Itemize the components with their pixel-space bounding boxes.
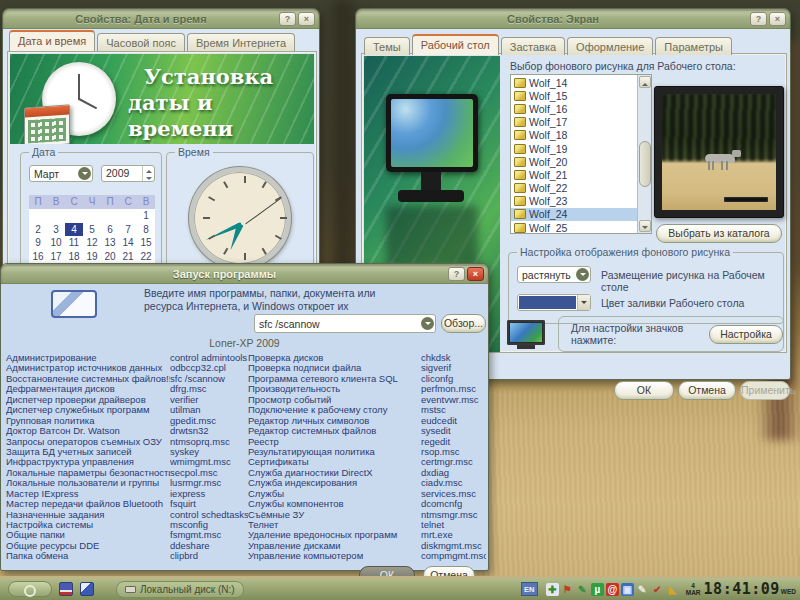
tab-settings[interactable]: Параметры: [655, 37, 732, 55]
calendar-weekdays: ПВСЧПСВ: [29, 195, 155, 209]
calendar-day[interactable]: [29, 209, 47, 223]
clock-tick: [223, 248, 228, 255]
calendar-day[interactable]: [47, 209, 65, 223]
calendar-day[interactable]: 8: [137, 223, 155, 237]
icons-settings-button[interactable]: Настройка: [709, 325, 783, 344]
antivirus-icon[interactable]: ✔: [651, 583, 664, 596]
wallpaper-item[interactable]: Wolf_17: [511, 116, 637, 129]
calendar-day[interactable]: 5: [83, 223, 101, 237]
datetime-titlebar[interactable]: Свойства: Дата и время ? ×: [3, 9, 319, 29]
run-titlebar[interactable]: Запуск программы ? ×: [1, 264, 488, 284]
wallpaper-item[interactable]: Wolf_16: [511, 102, 637, 115]
tab-screensaver[interactable]: Заставка: [501, 37, 565, 55]
chevron-down-icon[interactable]: [78, 167, 91, 180]
wallpaper-item[interactable]: Wolf_15: [511, 89, 637, 102]
scroll-down-icon[interactable]: [639, 220, 651, 232]
tab-themes[interactable]: Темы: [364, 37, 410, 55]
run-program-cmd: dcomcnfg: [421, 499, 486, 509]
wallpaper-item[interactable]: Wolf_24: [511, 208, 637, 221]
calendar-day[interactable]: 21: [119, 250, 137, 264]
tab-internet-time[interactable]: Время Интернета: [187, 33, 295, 51]
spin-down-icon[interactable]: [143, 174, 154, 182]
calendar-day[interactable]: 3: [47, 223, 65, 237]
tray-clock[interactable]: 18:41:09: [704, 580, 780, 598]
run-program-name: Папка обмена: [6, 551, 170, 561]
backup-floppy-icon[interactable]: ✚: [546, 583, 559, 596]
tab-desktop[interactable]: Рабочий стол: [412, 34, 499, 55]
placement-select[interactable]: растянуть: [517, 266, 591, 283]
keyboard-layout-indicator[interactable]: EN: [521, 582, 538, 596]
scrollbar[interactable]: [637, 75, 651, 233]
scroll-up-icon[interactable]: [639, 76, 651, 88]
utorrent-icon[interactable]: µ: [591, 583, 604, 596]
wallpaper-item[interactable]: Wolf_23: [511, 195, 637, 208]
calendar-day[interactable]: [65, 209, 83, 223]
calendar-day[interactable]: 19: [83, 250, 101, 264]
wallpaper-item[interactable]: Wolf_25: [511, 221, 637, 233]
tab-appearance[interactable]: Оформление: [567, 37, 653, 55]
taskbar-button-local-disk[interactable]: Локальный диск (N:): [116, 581, 244, 598]
help-icon[interactable]: ?: [279, 12, 296, 26]
calendar-day[interactable]: 1: [137, 209, 155, 223]
run-command-input[interactable]: sfc /scannow: [254, 314, 436, 333]
close-icon[interactable]: ×: [467, 267, 484, 281]
start-button[interactable]: [8, 581, 52, 597]
wallpaper-item[interactable]: Wolf_20: [511, 155, 637, 168]
tab-date-time[interactable]: Дата и время: [9, 30, 95, 51]
close-icon[interactable]: ×: [298, 12, 315, 26]
calendar-day[interactable]: 6: [101, 223, 119, 237]
calendar-day[interactable]: 20: [101, 250, 119, 264]
mail-icon[interactable]: @: [606, 583, 619, 596]
wallpaper-item[interactable]: Wolf_19: [511, 142, 637, 155]
chevron-down-icon[interactable]: [577, 295, 590, 310]
calendar-day[interactable]: 16: [29, 250, 47, 264]
tab-timezone[interactable]: Часовой пояс: [97, 33, 185, 51]
ok-button[interactable]: ОК: [614, 381, 674, 400]
calendar-day[interactable]: 22: [137, 250, 155, 264]
calendar-day[interactable]: [101, 209, 119, 223]
clock-tick: [223, 181, 228, 188]
help-icon[interactable]: ?: [750, 12, 767, 26]
time-group-label: Время: [175, 146, 213, 158]
pencil-icon[interactable]: ✎: [576, 583, 589, 596]
scroll-thumb[interactable]: [639, 141, 651, 187]
warning-icon[interactable]: ◣: [666, 583, 679, 596]
browse-catalog-button[interactable]: Выбрать из каталога: [656, 224, 782, 243]
calendar-day[interactable]: 10: [47, 236, 65, 250]
calendar-day[interactable]: 2: [29, 223, 47, 237]
calendar-day[interactable]: 14: [119, 236, 137, 250]
brush-icon[interactable]: ✎: [636, 583, 649, 596]
quicklaunch-floppy-icon[interactable]: [59, 582, 73, 596]
browse-button[interactable]: Обзор...: [441, 314, 486, 333]
wallpaper-item[interactable]: Wolf_22: [511, 182, 637, 195]
display-tray-icon[interactable]: ▣: [621, 583, 634, 596]
display-titlebar[interactable]: Свойства: Экран ? ×: [356, 9, 790, 29]
spin-up-icon[interactable]: [143, 166, 154, 174]
calendar-day[interactable]: 9: [29, 236, 47, 250]
chevron-down-icon[interactable]: [576, 268, 589, 281]
calendar-day[interactable]: 17: [47, 250, 65, 264]
cancel-button[interactable]: Отмена: [678, 381, 736, 400]
calendar-day[interactable]: 12: [83, 236, 101, 250]
calendar-day[interactable]: 7: [119, 223, 137, 237]
fill-color-select[interactable]: [517, 294, 591, 311]
quicklaunch-app-icon[interactable]: [80, 582, 94, 596]
wallpaper-item[interactable]: Wolf_18: [511, 129, 637, 142]
calendar-day[interactable]: 11: [65, 236, 83, 250]
close-icon[interactable]: ×: [769, 12, 786, 26]
flag-icon[interactable]: ⚑: [561, 583, 574, 596]
calendar-day[interactable]: 13: [101, 236, 119, 250]
chevron-down-icon[interactable]: [421, 317, 434, 330]
wallpaper-item[interactable]: Wolf_14: [511, 76, 637, 89]
clock-tick: [244, 253, 246, 260]
wallpaper-item[interactable]: Wolf_21: [511, 168, 637, 181]
calendar-day[interactable]: 15: [137, 236, 155, 250]
apply-button[interactable]: Применить: [740, 381, 790, 400]
month-select[interactable]: Март: [29, 165, 93, 182]
calendar-day[interactable]: 4: [65, 223, 83, 237]
help-icon[interactable]: ?: [448, 267, 465, 281]
year-spinner[interactable]: 2009: [101, 165, 155, 182]
calendar-day[interactable]: [83, 209, 101, 223]
calendar-day[interactable]: [119, 209, 137, 223]
calendar-day[interactable]: 18: [65, 250, 83, 264]
